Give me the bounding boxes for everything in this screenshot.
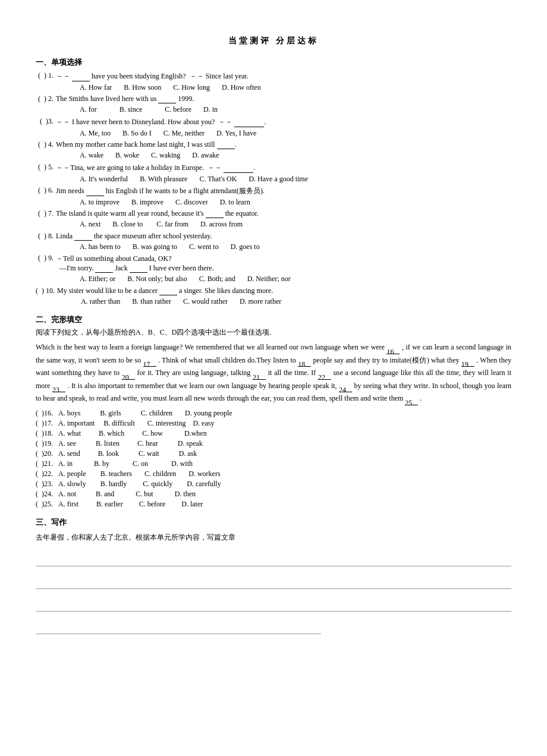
section3: 三、写作 去年暑假，你和家人去了北京。根据本单元所学内容，写篇文章 [36, 517, 511, 635]
q2-optB: B. since [109, 103, 143, 115]
q3-num: ( )3. [36, 117, 56, 126]
cloze-q21-num: ( )21. [36, 459, 58, 468]
q6-optC: C. discover [175, 196, 208, 208]
page-header: 当堂测评 分层达标 [36, 36, 511, 46]
q8-options: A. has been to B. was going to C. went t… [80, 241, 511, 253]
cloze-q25-options: A. first B. earlier C. before D. later [58, 500, 203, 509]
q2-optA: A. for [80, 103, 97, 115]
q9-optA: A. Either; or [80, 273, 115, 285]
question-3: ( )3. －－ I have never been to Disneyland… [36, 117, 511, 139]
question-4: ( ) 4. When my mother came back home las… [36, 140, 511, 161]
q8-text: Linda the space museum after school yest… [56, 232, 212, 240]
q6-num: ( ) 6. [36, 186, 56, 195]
q10-num: ( ) 10. [36, 286, 57, 295]
q4-optA: A. wake [80, 149, 103, 161]
q4-text: When my mother came back home last night… [56, 140, 237, 149]
q1-optB: B. How soon [124, 81, 161, 93]
q5-options: A. It's wonderful B. With pleasure C. Th… [80, 173, 511, 185]
q7-text: The island is quite warm all year round,… [56, 209, 259, 218]
section3-title: 三、写作 [36, 517, 511, 528]
cloze-q18: ( )18. A. what B. which C. how D.when [36, 429, 511, 438]
writing-line-4[interactable] [36, 618, 321, 634]
cloze-q24-options: A. not B. and C. but D. then [58, 490, 196, 499]
q5-optD: D. Have a good time [249, 173, 308, 185]
q5-optC: C. That's OK [199, 173, 237, 185]
q7-optC: C. far from [155, 218, 188, 230]
section2-title: 二、完形填空 [36, 314, 511, 325]
q2-optC: C. before [154, 103, 191, 115]
q10-optD: D. more rather [240, 295, 281, 307]
q10-optB: B. than rather [132, 295, 171, 307]
cloze-q16: ( )16. A. boys B. girls C. children D. y… [36, 409, 511, 418]
q4-optD: D. awake [192, 149, 219, 161]
q2-num: ( ) 2. [36, 94, 56, 103]
q8-optC: C. went to [189, 241, 219, 253]
cloze-q16-options: A. boys B. girls C. children D. young pe… [58, 409, 232, 418]
cloze-q24-num: ( )24. [36, 490, 58, 499]
q9-num: ( ) 9. [36, 254, 56, 263]
cloze-q25-num: ( )25. [36, 500, 58, 509]
cloze-q19-options: A. see B. listen C. hear D. speak [58, 439, 203, 448]
writing-line-1[interactable] [36, 550, 511, 566]
q1-optA: A. How far [80, 81, 112, 93]
writing-line-3[interactable] [36, 595, 511, 612]
question-1: ( ) 1. －－ have you been studying English… [36, 71, 511, 93]
q2-options: A. for B. since C. before D. in [80, 103, 511, 115]
q2-text: The Smiths have lived here with us 1999. [56, 94, 194, 103]
q3-content: －－ I have never been to Disneyland. How … [56, 117, 511, 139]
q6-optA: A. to improve [80, 196, 120, 208]
cloze-q17-num: ( )17. [36, 419, 58, 428]
q9-content: －Tell us something about Canada, OK? —I'… [56, 254, 511, 285]
question-10: ( ) 10. My sister would like to be a dan… [36, 286, 511, 307]
cloze-q17: ( )17. A. important B. difficult C. inte… [36, 419, 511, 428]
writing-line-2[interactable] [36, 572, 511, 589]
q3-optA: A. Me, too [80, 127, 111, 139]
q2-optD: D. in [203, 103, 218, 115]
q8-num: ( ) 8. [36, 232, 56, 241]
q9-optC: C. Both; and [199, 273, 235, 285]
q3-optD: D. Yes, I have [216, 127, 256, 139]
q5-text: －－Tina, we are going to take a holiday i… [56, 163, 255, 172]
cloze-q20-num: ( )20. [36, 449, 58, 458]
cloze-q20: ( )20. A. send B. look C. wait D. ask [36, 449, 511, 458]
q7-optD: D. across from [200, 218, 243, 230]
cloze-q19-num: ( )19. [36, 439, 58, 448]
q10-optC: C. would rather [183, 295, 228, 307]
q9-text: －Tell us something about Canada, OK? —I'… [56, 254, 511, 273]
cloze-q22-options: A. people B. teachers C. children D. wor… [58, 470, 221, 478]
writing-prompt: 去年暑假，你和家人去了北京。根据本单元所学内容，写篇文章 [36, 531, 511, 544]
q6-options: A. to improve B. improve C. discover D. … [80, 196, 511, 208]
q9-optD: D. Neither; nor [247, 273, 291, 285]
cloze-q18-options: A. what B. which C. how D.when [58, 429, 207, 438]
q1-num: ( ) 1. [36, 71, 56, 80]
question-9: ( ) 9. －Tell us something about Canada, … [36, 254, 511, 285]
q10-text: My sister would like to be a dancer a si… [57, 286, 273, 295]
q1-content: －－ have you been studying English? －－ Si… [56, 71, 511, 93]
cloze-q24: ( )24. A. not B. and C. but D. then [36, 490, 511, 499]
q5-optA: A. It's wonderful [80, 173, 128, 185]
section2-subtitle: 阅读下列短文，从每小题所给的A、B、C、D四个选项中选出一个最佳选项. [36, 327, 511, 338]
q2-content: The Smiths have lived here with us 1999.… [56, 94, 511, 115]
q1-options: A. How far B. How soon C. How long D. Ho… [80, 81, 511, 93]
q1-optC: C. How long [173, 81, 210, 93]
cloze-q23-num: ( )23. [36, 480, 58, 489]
q7-options: A. next B. close to C. far from D. acros… [80, 218, 511, 230]
passage-text: Which is the best way to learn a foreign… [36, 341, 511, 405]
q10-content: My sister would like to be a dancer a si… [57, 286, 511, 307]
question-2: ( ) 2. The Smiths have lived here with u… [36, 94, 511, 115]
cloze-q21-options: A. in B. by C. on D. with [58, 459, 193, 468]
cloze-q22: ( )22. A. people B. teachers C. children… [36, 470, 511, 478]
cloze-q17-options: A. important B. difficult C. interesting… [58, 419, 214, 428]
q3-options: A. Me, too B. So do I C. Me, neither D. … [80, 127, 511, 139]
cloze-q23-options: A. slowly B. hardly C. quickly D. carefu… [58, 480, 221, 489]
q9-optB: B. Not only; but also [127, 273, 187, 285]
q3-text: －－ I have never been to Disneyland. How … [56, 118, 266, 126]
q10-optA: A. rather than [81, 295, 120, 307]
q5-optB: B. With pleasure [140, 173, 187, 185]
cloze-q22-num: ( )22. [36, 470, 58, 478]
q9-options: A. Either; or B. Not only; but also C. B… [80, 273, 511, 285]
q5-num: ( ) 5. [36, 163, 56, 172]
q4-content: When my mother came back home last night… [56, 140, 511, 161]
question-7: ( ) 7. The island is quite warm all year… [36, 209, 511, 230]
cloze-q18-num: ( )18. [36, 429, 58, 438]
